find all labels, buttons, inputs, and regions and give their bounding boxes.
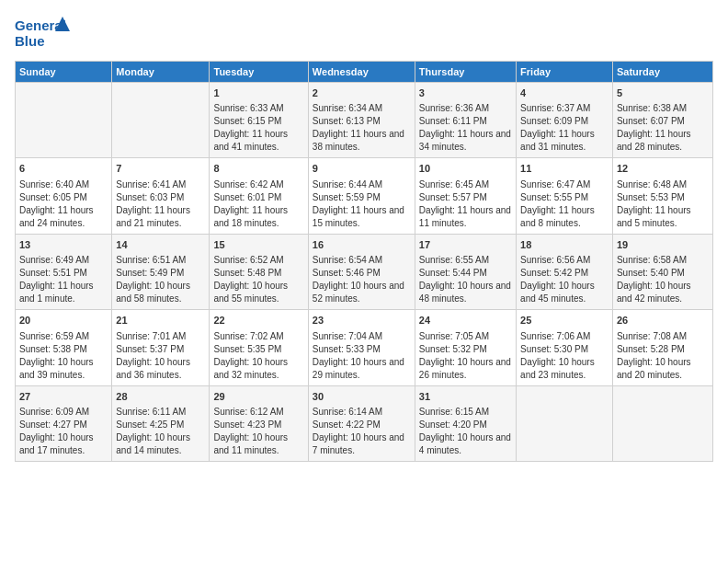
day-info: Sunrise: 6:15 AM Sunset: 4:20 PM Dayligh…: [419, 406, 512, 457]
calendar-cell: 23Sunrise: 7:04 AM Sunset: 5:33 PM Dayli…: [308, 310, 415, 385]
day-info: Sunrise: 6:09 AM Sunset: 4:27 PM Dayligh…: [19, 406, 108, 457]
day-number: 25: [520, 314, 609, 327]
column-header-monday: Monday: [112, 62, 210, 83]
day-number: 1: [213, 86, 303, 100]
calendar-week-row: 13Sunrise: 6:49 AM Sunset: 5:51 PM Dayli…: [16, 234, 713, 309]
day-number: 12: [617, 162, 709, 176]
calendar-cell: 11Sunrise: 6:47 AM Sunset: 5:55 PM Dayli…: [517, 158, 613, 234]
day-info: Sunrise: 6:54 AM Sunset: 5:46 PM Dayligh…: [313, 254, 411, 305]
day-number: 18: [520, 238, 609, 252]
day-info: Sunrise: 6:11 AM Sunset: 4:25 PM Dayligh…: [116, 406, 205, 457]
day-number: 21: [116, 314, 205, 327]
column-header-friday: Friday: [517, 62, 613, 83]
day-number: 3: [419, 86, 512, 100]
day-info: Sunrise: 6:40 AM Sunset: 6:05 PM Dayligh…: [19, 178, 108, 230]
day-number: 7: [116, 162, 205, 176]
calendar-cell: 3Sunrise: 6:36 AM Sunset: 6:11 PM Daylig…: [415, 83, 516, 158]
calendar-cell: 6Sunrise: 6:40 AM Sunset: 6:05 PM Daylig…: [16, 158, 112, 234]
calendar-cell: 9Sunrise: 6:44 AM Sunset: 5:59 PM Daylig…: [308, 158, 415, 234]
calendar-week-row: 27Sunrise: 6:09 AM Sunset: 4:27 PM Dayli…: [16, 385, 713, 461]
day-info: Sunrise: 7:02 AM Sunset: 5:35 PM Dayligh…: [213, 330, 303, 382]
day-info: Sunrise: 7:01 AM Sunset: 5:37 PM Dayligh…: [116, 330, 205, 382]
calendar-week-row: 6Sunrise: 6:40 AM Sunset: 6:05 PM Daylig…: [16, 158, 713, 234]
day-info: Sunrise: 6:14 AM Sunset: 4:22 PM Dayligh…: [313, 406, 411, 457]
page-header: General Blue: [15, 15, 713, 53]
day-info: Sunrise: 6:41 AM Sunset: 6:03 PM Dayligh…: [116, 178, 205, 230]
day-number: 6: [19, 162, 108, 176]
logo: General Blue: [15, 15, 70, 53]
calendar-cell: 30Sunrise: 6:14 AM Sunset: 4:22 PM Dayli…: [308, 385, 415, 461]
day-number: 5: [617, 86, 709, 100]
day-info: Sunrise: 6:51 AM Sunset: 5:49 PM Dayligh…: [116, 254, 205, 305]
column-header-sunday: Sunday: [16, 62, 112, 83]
day-number: 16: [313, 238, 411, 252]
calendar-table: SundayMondayTuesdayWednesdayThursdayFrid…: [15, 61, 713, 462]
calendar-cell: 19Sunrise: 6:58 AM Sunset: 5:40 PM Dayli…: [612, 234, 712, 309]
calendar-cell: 7Sunrise: 6:41 AM Sunset: 6:03 PM Daylig…: [112, 158, 210, 234]
calendar-cell: 10Sunrise: 6:45 AM Sunset: 5:57 PM Dayli…: [415, 158, 516, 234]
calendar-cell: 2Sunrise: 6:34 AM Sunset: 6:13 PM Daylig…: [308, 83, 415, 158]
day-number: 28: [116, 390, 205, 404]
column-header-tuesday: Tuesday: [210, 62, 308, 83]
day-number: 9: [313, 162, 411, 176]
day-info: Sunrise: 6:55 AM Sunset: 5:44 PM Dayligh…: [419, 254, 512, 305]
calendar-cell: 21Sunrise: 7:01 AM Sunset: 5:37 PM Dayli…: [112, 310, 210, 385]
calendar-cell: 28Sunrise: 6:11 AM Sunset: 4:25 PM Dayli…: [112, 385, 210, 461]
day-info: Sunrise: 6:36 AM Sunset: 6:11 PM Dayligh…: [419, 102, 512, 154]
day-info: Sunrise: 6:48 AM Sunset: 5:53 PM Dayligh…: [617, 178, 709, 230]
day-info: Sunrise: 6:42 AM Sunset: 6:01 PM Dayligh…: [213, 178, 303, 230]
day-info: Sunrise: 7:06 AM Sunset: 5:30 PM Dayligh…: [520, 330, 609, 382]
day-info: Sunrise: 6:38 AM Sunset: 6:07 PM Dayligh…: [617, 102, 709, 154]
logo-full: General Blue: [15, 15, 70, 53]
calendar-cell: [612, 385, 712, 461]
day-info: Sunrise: 6:58 AM Sunset: 5:40 PM Dayligh…: [617, 254, 709, 305]
calendar-cell: 15Sunrise: 6:52 AM Sunset: 5:48 PM Dayli…: [210, 234, 308, 309]
calendar-cell: 4Sunrise: 6:37 AM Sunset: 6:09 PM Daylig…: [517, 83, 613, 158]
calendar-cell: 22Sunrise: 7:02 AM Sunset: 5:35 PM Dayli…: [210, 310, 308, 385]
day-info: Sunrise: 6:45 AM Sunset: 5:57 PM Dayligh…: [419, 178, 512, 230]
calendar-cell: 20Sunrise: 6:59 AM Sunset: 5:38 PM Dayli…: [16, 310, 112, 385]
day-number: 19: [617, 238, 709, 252]
calendar-cell: 5Sunrise: 6:38 AM Sunset: 6:07 PM Daylig…: [612, 83, 712, 158]
day-info: Sunrise: 6:52 AM Sunset: 5:48 PM Dayligh…: [213, 254, 303, 305]
calendar-cell: 17Sunrise: 6:55 AM Sunset: 5:44 PM Dayli…: [415, 234, 516, 309]
calendar-cell: [517, 385, 613, 461]
day-info: Sunrise: 6:37 AM Sunset: 6:09 PM Dayligh…: [520, 102, 609, 154]
calendar-cell: 16Sunrise: 6:54 AM Sunset: 5:46 PM Dayli…: [308, 234, 415, 309]
day-number: 15: [213, 238, 303, 252]
day-number: 2: [313, 86, 411, 100]
calendar-cell: 27Sunrise: 6:09 AM Sunset: 4:27 PM Dayli…: [16, 385, 112, 461]
calendar-cell: 13Sunrise: 6:49 AM Sunset: 5:51 PM Dayli…: [16, 234, 112, 309]
calendar-cell: 18Sunrise: 6:56 AM Sunset: 5:42 PM Dayli…: [517, 234, 613, 309]
calendar-cell: 1Sunrise: 6:33 AM Sunset: 6:15 PM Daylig…: [210, 83, 308, 158]
calendar-cell: 14Sunrise: 6:51 AM Sunset: 5:49 PM Dayli…: [112, 234, 210, 309]
day-number: 10: [419, 162, 512, 176]
day-number: 27: [19, 390, 108, 404]
day-number: 8: [213, 162, 303, 176]
day-info: Sunrise: 7:04 AM Sunset: 5:33 PM Dayligh…: [313, 330, 411, 382]
day-number: 22: [213, 314, 303, 327]
day-info: Sunrise: 6:59 AM Sunset: 5:38 PM Dayligh…: [19, 330, 108, 382]
day-number: 14: [116, 238, 205, 252]
calendar-cell: 26Sunrise: 7:08 AM Sunset: 5:28 PM Dayli…: [612, 310, 712, 385]
calendar-cell: 25Sunrise: 7:06 AM Sunset: 5:30 PM Dayli…: [517, 310, 613, 385]
calendar-cell: [16, 83, 112, 158]
calendar-week-row: 1Sunrise: 6:33 AM Sunset: 6:15 PM Daylig…: [16, 83, 713, 158]
day-info: Sunrise: 7:05 AM Sunset: 5:32 PM Dayligh…: [419, 330, 512, 382]
day-info: Sunrise: 6:12 AM Sunset: 4:23 PM Dayligh…: [213, 406, 303, 457]
calendar-cell: 24Sunrise: 7:05 AM Sunset: 5:32 PM Dayli…: [415, 310, 516, 385]
calendar-cell: [112, 83, 210, 158]
day-info: Sunrise: 6:34 AM Sunset: 6:13 PM Dayligh…: [313, 102, 411, 154]
calendar-week-row: 20Sunrise: 6:59 AM Sunset: 5:38 PM Dayli…: [16, 310, 713, 385]
day-number: 11: [520, 162, 609, 176]
day-number: 17: [419, 238, 512, 252]
column-header-saturday: Saturday: [612, 62, 712, 83]
day-info: Sunrise: 6:47 AM Sunset: 5:55 PM Dayligh…: [520, 178, 609, 230]
day-info: Sunrise: 6:44 AM Sunset: 5:59 PM Dayligh…: [313, 178, 411, 230]
day-number: 30: [313, 390, 411, 404]
day-number: 26: [617, 314, 709, 327]
calendar-cell: 29Sunrise: 6:12 AM Sunset: 4:23 PM Dayli…: [210, 385, 308, 461]
day-number: 23: [313, 314, 411, 327]
svg-text:Blue: Blue: [15, 33, 45, 49]
day-number: 13: [19, 238, 108, 252]
